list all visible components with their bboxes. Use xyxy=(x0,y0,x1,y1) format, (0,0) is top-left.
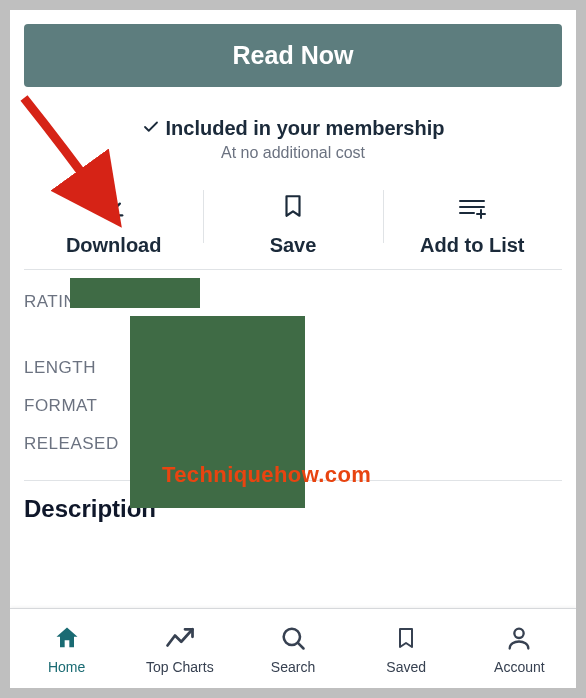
nav-home[interactable]: Home xyxy=(10,609,123,688)
download-label: Download xyxy=(66,234,162,257)
nav-saved[interactable]: Saved xyxy=(350,609,463,688)
home-icon xyxy=(52,623,82,653)
membership-text: Included in your membership xyxy=(166,117,445,140)
membership-block: Included in your membership At no additi… xyxy=(24,117,562,162)
nav-top-charts[interactable]: Top Charts xyxy=(123,609,236,688)
svg-point-9 xyxy=(515,628,524,637)
read-now-button[interactable]: Read Now xyxy=(24,24,562,87)
membership-subtext: At no additional cost xyxy=(24,144,562,162)
nav-account-label: Account xyxy=(494,659,545,675)
redaction-box xyxy=(130,316,305,508)
bookmark-icon xyxy=(391,623,421,653)
nav-saved-label: Saved xyxy=(386,659,426,675)
bottom-nav: Home Top Charts Search xyxy=(10,608,576,688)
bookmark-icon xyxy=(280,192,306,224)
actions-row: Download Save xyxy=(24,188,562,270)
account-icon xyxy=(504,623,534,653)
search-icon xyxy=(278,623,308,653)
add-to-list-label: Add to List xyxy=(420,234,524,257)
list-add-icon xyxy=(456,196,488,224)
download-icon xyxy=(100,192,128,224)
nav-top-charts-label: Top Charts xyxy=(146,659,214,675)
save-label: Save xyxy=(270,234,317,257)
add-to-list-button[interactable]: Add to List xyxy=(383,188,562,261)
download-button[interactable]: Download xyxy=(24,188,203,261)
app-container: Read Now Included in your membership At … xyxy=(10,10,576,688)
top-section: Read Now Included in your membership At … xyxy=(10,10,576,270)
save-button[interactable]: Save xyxy=(203,188,382,261)
trending-icon xyxy=(165,623,195,653)
nav-account[interactable]: Account xyxy=(463,609,576,688)
check-icon xyxy=(142,118,160,140)
membership-line: Included in your membership xyxy=(24,117,562,140)
svg-line-8 xyxy=(298,642,304,648)
nav-home-label: Home xyxy=(48,659,85,675)
redaction-box xyxy=(70,278,200,308)
nav-search-label: Search xyxy=(271,659,315,675)
nav-search[interactable]: Search xyxy=(236,609,349,688)
